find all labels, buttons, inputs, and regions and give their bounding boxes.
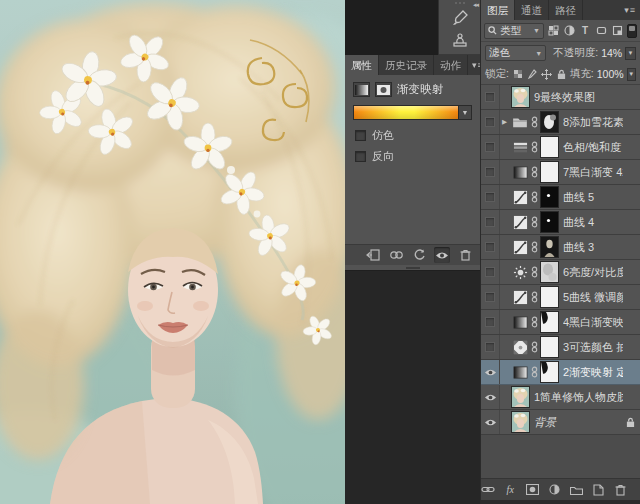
mask-link-icon[interactable]	[530, 315, 539, 329]
filter-pixel-layers-icon[interactable]	[546, 23, 560, 38]
layer-name[interactable]: 5曲线 微调颜色	[563, 290, 623, 305]
layer-name[interactable]: 3可选颜色 抽黄	[563, 340, 623, 355]
blend-mode-dropdown[interactable]: 滤色 ▼	[485, 45, 546, 61]
layer-thumbnail[interactable]	[510, 137, 530, 158]
tab-actions[interactable]: 动作	[434, 55, 468, 75]
layer-thumbnail[interactable]	[510, 212, 530, 233]
clip-to-layer-icon[interactable]	[365, 247, 381, 263]
lock-position-icon[interactable]	[541, 67, 552, 82]
visibility-toggle[interactable]	[481, 360, 500, 384]
lock-image-pixels-icon[interactable]	[526, 67, 537, 82]
layer-style-icon[interactable]: fx	[503, 482, 517, 498]
mask-link-icon[interactable]	[530, 190, 539, 204]
layer-row[interactable]: 曲线 4	[481, 210, 640, 235]
layer-thumbnail[interactable]	[510, 387, 530, 408]
layer-name[interactable]: 4黑白渐变映射 …	[563, 315, 623, 330]
visibility-toggle[interactable]	[481, 235, 500, 259]
gradient-preview[interactable]	[353, 105, 458, 120]
reverse-checkbox[interactable]	[355, 151, 366, 162]
new-group-icon[interactable]	[570, 482, 584, 498]
layer-row[interactable]: 9最终效果图	[481, 85, 640, 110]
mask-link-icon[interactable]	[530, 115, 539, 129]
layer-mask-thumbnail[interactable]	[539, 237, 559, 258]
layer-thumbnail[interactable]	[510, 112, 530, 133]
mask-link-icon[interactable]	[530, 340, 539, 354]
layer-thumbnail[interactable]	[510, 312, 530, 333]
layer-thumbnail[interactable]	[510, 187, 530, 208]
layer-mask-thumbnail[interactable]	[539, 312, 559, 333]
layer-mask-thumbnail[interactable]	[539, 187, 559, 208]
layer-thumbnail[interactable]	[510, 337, 530, 358]
opacity-dropdown-arrow[interactable]: ▼	[625, 47, 636, 60]
layer-row[interactable]: 3可选颜色 抽黄	[481, 335, 640, 360]
layers-panel-menu-icon[interactable]: ▾≡	[620, 0, 640, 20]
visibility-toggle[interactable]	[481, 160, 500, 184]
tab-paths[interactable]: 路径	[549, 0, 583, 20]
filter-adjustment-layers-icon[interactable]	[562, 23, 576, 38]
layer-row[interactable]: 1简单修饰人物皮肤	[481, 385, 640, 410]
layer-thumbnail[interactable]	[510, 262, 530, 283]
mask-link-icon[interactable]	[530, 240, 539, 254]
layer-row[interactable]: 曲线 5	[481, 185, 640, 210]
layer-thumbnail[interactable]	[510, 162, 530, 183]
layer-mask-thumbnail[interactable]	[539, 137, 559, 158]
clone-source-icon[interactable]	[446, 29, 474, 50]
new-layer-icon[interactable]	[592, 482, 606, 498]
fill-value[interactable]: 100%	[597, 68, 624, 80]
layer-row[interactable]: 色相/饱和度 1	[481, 135, 640, 160]
delete-layer-icon[interactable]	[614, 482, 628, 498]
canvas-pasteboard[interactable]	[345, 0, 439, 55]
filter-type-layers-icon[interactable]: T	[578, 23, 592, 38]
link-layers-icon[interactable]	[481, 482, 495, 498]
layer-name[interactable]: 色相/饱和度 1	[563, 140, 623, 155]
layer-thumbnail[interactable]	[510, 362, 530, 383]
panel-resize-grip[interactable]	[345, 265, 480, 270]
layer-name[interactable]: 7黑白渐变 42%透…	[563, 165, 623, 180]
layer-thumbnail[interactable]	[510, 287, 530, 308]
layer-mask-thumbnail[interactable]	[539, 362, 559, 383]
layer-mask-thumbnail[interactable]	[539, 212, 559, 233]
layer-row[interactable]: 2渐变映射 定基调…	[481, 360, 640, 385]
layer-row[interactable]: 4黑白渐变映射 …	[481, 310, 640, 335]
collapse-panels-icon[interactable]: ◂◂	[473, 1, 478, 9]
visibility-toggle[interactable]	[481, 385, 500, 409]
brush-panel-icon[interactable]	[446, 7, 474, 28]
visibility-toggle[interactable]	[481, 285, 500, 309]
layer-name[interactable]: 8添加雪花素材 让…	[563, 115, 623, 130]
opacity-value[interactable]: 14%	[601, 47, 622, 59]
layer-thumbnail[interactable]	[510, 237, 530, 258]
layer-name[interactable]: 2渐变映射 定基调…	[563, 365, 623, 380]
layer-row[interactable]: 背景	[481, 410, 640, 435]
mask-link-icon[interactable]	[530, 215, 539, 229]
layer-mask-thumbnail[interactable]	[539, 112, 559, 133]
visibility-toggle[interactable]	[481, 335, 500, 359]
reset-icon[interactable]	[411, 247, 427, 263]
visibility-toggle[interactable]	[481, 185, 500, 209]
visibility-toggle[interactable]	[481, 210, 500, 234]
dither-checkbox[interactable]	[355, 130, 366, 141]
layer-thumbnail[interactable]	[510, 87, 530, 108]
layer-name[interactable]: 曲线 5	[563, 190, 623, 205]
document-canvas[interactable]	[0, 0, 345, 504]
layer-name[interactable]: 曲线 4	[563, 215, 623, 230]
visibility-toggle[interactable]	[481, 135, 500, 159]
fill-dropdown-arrow[interactable]: ▼	[627, 68, 636, 81]
delete-icon[interactable]	[457, 247, 473, 263]
layer-mask-thumbnail[interactable]	[539, 337, 559, 358]
layer-row[interactable]: 5曲线 微调颜色	[481, 285, 640, 310]
mask-link-icon[interactable]	[530, 140, 539, 154]
visibility-toggle[interactable]	[481, 110, 500, 134]
layer-thumbnail[interactable]	[510, 412, 530, 433]
layer-mask-thumbnail[interactable]	[539, 262, 559, 283]
mask-link-icon[interactable]	[530, 165, 539, 179]
tab-history[interactable]: 历史记录	[379, 55, 434, 75]
group-expander[interactable]: ▶	[500, 118, 509, 126]
tab-layers[interactable]: 图层	[481, 0, 515, 20]
layer-row[interactable]: ▶ 8添加雪花素材 让…	[481, 110, 640, 135]
layer-row[interactable]: 曲线 3	[481, 235, 640, 260]
tab-channels[interactable]: 通道	[515, 0, 549, 20]
layer-name[interactable]: 背景	[534, 415, 623, 430]
gradient-dropdown-arrow[interactable]: ▼	[458, 105, 472, 120]
mask-link-icon[interactable]	[530, 290, 539, 304]
visibility-icon[interactable]	[434, 247, 450, 263]
